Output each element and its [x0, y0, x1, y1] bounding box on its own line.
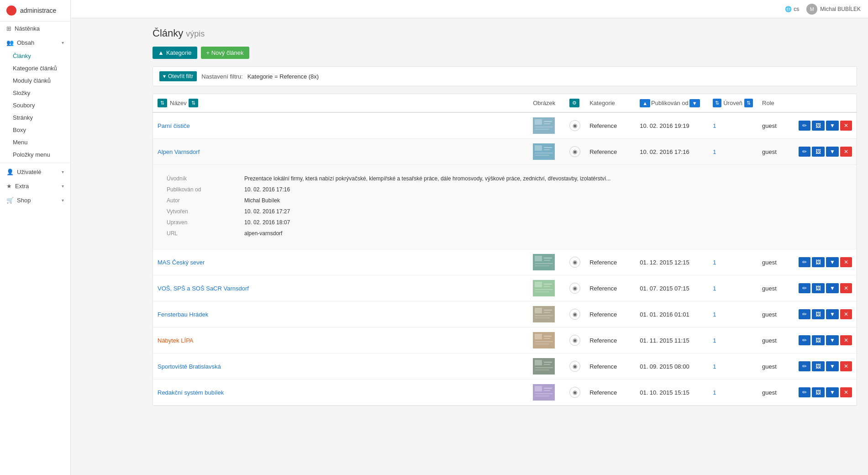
article-name-link[interactable]: Parní čističe — [158, 122, 190, 129]
level-link[interactable]: 1 — [713, 122, 716, 129]
delete-button[interactable]: ✕ — [840, 361, 852, 371]
sort-level-asc-button[interactable]: ⇅ — [713, 99, 721, 107]
sidebar-item-pages[interactable]: Stránky — [0, 111, 70, 124]
article-name-link[interactable]: Alpen Varnsdorf — [158, 148, 200, 155]
eye-toggle-button[interactable]: ◉ — [569, 146, 580, 157]
image-button[interactable]: 🖼 — [812, 361, 825, 371]
eye-toggle-button[interactable]: ◉ — [569, 387, 580, 398]
article-name-link[interactable]: Fensterbau Hrádek — [158, 311, 208, 318]
image-button[interactable]: 🖼 — [812, 147, 825, 157]
delete-button[interactable]: ✕ — [840, 283, 852, 293]
new-article-button[interactable]: + Nový článek — [201, 47, 249, 59]
delete-button[interactable]: ✕ — [840, 121, 852, 131]
article-name-link[interactable]: Sportoviště Bratislavská — [158, 363, 221, 370]
open-filter-button[interactable]: ▾ Otevřít filtr — [159, 71, 197, 81]
cell-level: 1 — [708, 249, 758, 275]
image-button[interactable]: 🖼 — [812, 309, 825, 319]
sidebar-item-article-categories[interactable]: Kategorie článků — [0, 62, 70, 74]
cell-image — [528, 327, 565, 354]
delete-button[interactable]: ✕ — [840, 335, 852, 345]
level-link[interactable]: 1 — [713, 337, 716, 344]
delete-button[interactable]: ✕ — [840, 147, 852, 157]
cell-category: Reference — [585, 275, 635, 301]
move-down-button[interactable]: ▼ — [826, 361, 839, 371]
level-link[interactable]: 1 — [713, 285, 716, 292]
sidebar-item-content[interactable]: 👥 Obsah — [0, 36, 70, 50]
sidebar-item-folders[interactable]: Složky — [0, 87, 70, 99]
th-image-label: Obrázek — [533, 100, 555, 106]
eye-sort-button[interactable]: ⚙ — [569, 99, 579, 107]
sidebar-item-menu-items[interactable]: Položky menu — [0, 148, 70, 161]
sort-name-asc-button[interactable]: ⇅ — [158, 99, 167, 107]
sidebar-item-article-modules[interactable]: Moduly článků — [0, 74, 70, 87]
sidebar-item-extra[interactable]: ★ Extra — [0, 179, 70, 193]
level-link[interactable]: 1 — [713, 363, 716, 370]
image-button[interactable]: 🖼 — [812, 283, 825, 293]
th-category: Kategorie — [585, 94, 635, 112]
svg-rect-11 — [535, 155, 549, 156]
svg-rect-27 — [544, 312, 550, 313]
categories-button[interactable]: ▲ Kategorie — [153, 47, 197, 59]
sidebar-item-dashboard[interactable]: ⊞ Nástěnka — [0, 21, 70, 36]
article-name-link[interactable]: MAS Český sever — [158, 259, 205, 266]
level-link[interactable]: 1 — [713, 389, 716, 396]
sort-level-desc-button[interactable]: ⇅ — [744, 99, 753, 107]
cell-name: Redakční systém bubílek — [153, 380, 528, 406]
cell-published: 10. 02. 2016 19:19 — [635, 112, 708, 139]
move-down-button[interactable]: ▼ — [826, 257, 839, 267]
topbar-user[interactable]: M Michal BUBÍLEK — [806, 4, 861, 15]
edit-button[interactable]: ✏ — [799, 257, 810, 267]
level-link[interactable]: 1 — [713, 311, 716, 318]
move-down-button[interactable]: ▼ — [826, 283, 839, 293]
eye-toggle-button[interactable]: ◉ — [569, 257, 580, 268]
edit-button[interactable]: ✏ — [799, 309, 810, 319]
delete-button[interactable]: ✕ — [840, 387, 852, 397]
article-thumb — [533, 306, 555, 322]
move-down-button[interactable]: ▼ — [826, 335, 839, 345]
article-name-link[interactable]: Redakční systém bubílek — [158, 389, 224, 396]
image-button[interactable]: 🖼 — [812, 335, 825, 345]
cell-eye: ◉ — [565, 380, 585, 406]
move-down-button[interactable]: ▼ — [826, 309, 839, 319]
table-header-row: ⇅ Název ⇅ Obrázek ⚙ Kategorie — [153, 94, 857, 112]
level-link[interactable]: 1 — [713, 148, 716, 155]
edit-button[interactable]: ✏ — [799, 361, 810, 371]
edit-button[interactable]: ✏ — [799, 121, 810, 131]
image-button[interactable]: 🖼 — [812, 257, 825, 267]
svg-rect-35 — [535, 343, 549, 344]
edit-button[interactable]: ✏ — [799, 283, 810, 293]
edit-button[interactable]: ✏ — [799, 335, 810, 345]
pages-label: Stránky — [13, 114, 33, 121]
eye-toggle-button[interactable]: ◉ — [569, 309, 580, 320]
move-down-button[interactable]: ▼ — [826, 387, 839, 397]
eye-toggle-button[interactable]: ◉ — [569, 120, 580, 131]
pub-sort-desc-button[interactable]: ▼ — [689, 99, 700, 107]
eye-toggle-button[interactable]: ◉ — [569, 335, 580, 346]
sidebar-item-shop[interactable]: 🛒 Shop — [0, 193, 70, 207]
sidebar-item-menu[interactable]: Menu — [0, 136, 70, 148]
delete-button[interactable]: ✕ — [840, 309, 852, 319]
cell-role: guest — [758, 112, 794, 139]
sidebar-item-users[interactable]: 👤 Uživatelé — [0, 165, 70, 179]
sidebar-item-files[interactable]: Soubory — [0, 99, 70, 111]
move-down-button[interactable]: ▼ — [826, 147, 839, 157]
eye-toggle-button[interactable]: ◉ — [569, 283, 580, 294]
eye-toggle-button[interactable]: ◉ — [569, 361, 580, 372]
sidebar-item-boxes[interactable]: Boxy — [0, 124, 70, 136]
pub-sort-asc-button[interactable]: ▲ — [640, 99, 650, 107]
move-down-button[interactable]: ▼ — [826, 121, 839, 131]
role-value: guest — [762, 311, 777, 318]
article-name-link[interactable]: VOŠ, SPŠ a SOŠ SaCR Varnsdorf — [158, 285, 249, 292]
image-button[interactable]: 🖼 — [812, 387, 825, 397]
edit-button[interactable]: ✏ — [799, 387, 810, 397]
sort-name-desc-button[interactable]: ⇅ — [189, 99, 198, 107]
article-name-link[interactable]: Nábytek LÍPA — [158, 337, 194, 344]
edit-button[interactable]: ✏ — [799, 147, 810, 157]
detail-uvodni-value: Prezentace lokální firmy, která nabízí p… — [240, 174, 843, 183]
image-button[interactable]: 🖼 — [812, 121, 825, 131]
actions-group: ✏ 🖼 ▼ ✕ — [799, 121, 852, 131]
level-link[interactable]: 1 — [713, 259, 716, 266]
sidebar-item-articles[interactable]: Články — [0, 50, 70, 62]
detail-uprav-value: 10. 02. 2016 18:07 — [240, 218, 843, 227]
delete-button[interactable]: ✕ — [840, 257, 852, 267]
